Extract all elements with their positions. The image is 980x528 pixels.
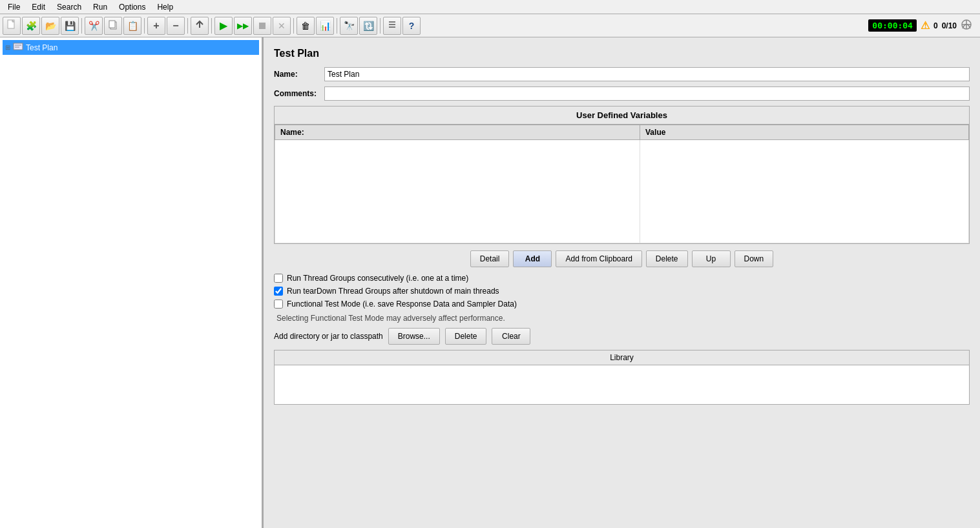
clear-all-icon: 🗑 (301, 21, 310, 31)
variables-table: Name: Value (275, 125, 969, 243)
run-no-pause-button[interactable]: ▶▶ (234, 17, 252, 35)
functional-test-checkbox[interactable] (274, 300, 283, 309)
delete-classpath-button[interactable]: Delete (445, 328, 487, 345)
main-layout: ⊞ Test Plan Test Plan Name: Comments: (0, 37, 980, 528)
functional-test-label: Functional Test Mode (i.e. save Response… (287, 300, 517, 309)
stop-button[interactable]: ⏹ (253, 17, 271, 35)
browse-button[interactable]: Browse... (388, 328, 440, 345)
hint-text: Selecting Functional Test Mode may adver… (274, 314, 970, 323)
run-teardown-label: Run tearDown Thread Groups after shutdow… (287, 287, 499, 296)
reset-button[interactable]: 🔃 (359, 17, 377, 35)
stop-icon: ⏹ (257, 20, 267, 32)
collapse-icon: − (172, 20, 178, 32)
separator-2 (144, 18, 145, 34)
add-button[interactable]: Add (513, 250, 552, 267)
clear-button[interactable]: Clear (492, 328, 530, 345)
down-button[interactable]: Down (735, 250, 774, 267)
new-button[interactable] (3, 17, 21, 35)
panel-title: Test Plan (274, 48, 970, 59)
menu-options[interactable]: Options (114, 1, 151, 13)
tree-arrow: ⊞ (5, 44, 10, 51)
col-value-header: Value (640, 125, 969, 140)
warning-icon: ⚠ (921, 19, 930, 32)
help-button[interactable]: ? (402, 17, 421, 35)
run-counter: 0/10 (942, 21, 957, 30)
tree-plan-icon (13, 41, 23, 54)
clear-all-button[interactable]: 🗑 (297, 17, 315, 35)
open-icon: 📂 (45, 21, 56, 31)
save-button[interactable]: 💾 (61, 17, 79, 35)
classpath-section: Add directory or jar to classpath Browse… (274, 328, 970, 345)
shutdown-icon: ✕ (278, 21, 286, 31)
variables-empty-row (275, 140, 969, 243)
menu-search[interactable]: Search (52, 1, 87, 13)
name-input[interactable] (324, 67, 970, 81)
expand-icon: + (153, 20, 159, 32)
signal-icon (961, 19, 972, 33)
expand-button[interactable]: + (147, 17, 165, 35)
checkbox-row-2: Run tearDown Thread Groups after shutdow… (274, 287, 970, 296)
search-button[interactable]: 🔭 (340, 17, 358, 35)
list-button[interactable] (383, 17, 401, 35)
svg-rect-3 (109, 21, 115, 28)
open-templates-icon: 🧩 (26, 21, 37, 31)
toggle-button[interactable] (191, 17, 209, 35)
separator-6 (337, 18, 337, 34)
cut-button[interactable]: ✂️ (85, 17, 103, 35)
detail-button[interactable]: Detail (470, 250, 510, 267)
menu-edit[interactable]: Edit (26, 1, 50, 13)
copy-button[interactable] (104, 17, 122, 35)
tree-item-test-plan[interactable]: ⊞ Test Plan (3, 40, 259, 55)
timer-display: 00:00:04 (868, 19, 917, 32)
library-header: Library (275, 350, 969, 365)
variables-empty-value (640, 140, 969, 243)
binoculars-icon: 🔭 (344, 21, 355, 31)
tree-item-label: Test Plan (26, 43, 57, 52)
run-thread-groups-checkbox[interactable] (274, 274, 283, 283)
variables-section: User Defined Variables Name: Value (274, 106, 970, 244)
run-no-pause-icon: ▶▶ (237, 21, 249, 30)
open-button[interactable]: 📂 (41, 17, 59, 35)
variables-empty-name (275, 140, 640, 243)
up-button[interactable]: Up (692, 250, 731, 267)
menu-file[interactable]: File (3, 1, 25, 13)
separator-1 (81, 18, 82, 34)
collapse-button[interactable]: − (167, 17, 185, 35)
separator-4 (211, 18, 212, 34)
list-icon (387, 19, 397, 32)
separator-3 (187, 18, 188, 34)
start-button[interactable]: ▶ (214, 17, 233, 35)
delete-variable-button[interactable]: Delete (646, 250, 688, 267)
open-templates-button[interactable]: 🧩 (22, 17, 40, 35)
paste-button[interactable]: 📋 (123, 17, 141, 35)
start-icon: ▶ (220, 19, 227, 32)
checkbox-section: Run Thread Groups consecutively (i.e. on… (274, 274, 970, 309)
run-teardown-checkbox[interactable] (274, 287, 283, 296)
comments-row: Comments: (274, 86, 970, 101)
separator-7 (380, 18, 381, 34)
name-row: Name: (274, 67, 970, 81)
classpath-label: Add directory or jar to classpath (274, 332, 383, 341)
library-body (275, 365, 969, 404)
toolbar: 🧩 📂 💾 ✂️ 📋 + − ▶ ▶▶ (0, 14, 980, 37)
paste-icon: 📋 (127, 21, 138, 31)
checkbox-row-3: Functional Test Mode (i.e. save Response… (274, 300, 970, 309)
reset-icon: 🔃 (363, 21, 374, 31)
results-button[interactable]: 📊 (316, 17, 334, 35)
shutdown-button[interactable]: ✕ (273, 17, 291, 35)
library-section: Library (274, 350, 970, 405)
save-icon: 💾 (65, 21, 76, 31)
menu-run[interactable]: Run (88, 1, 112, 13)
add-from-clipboard-button[interactable]: Add from Clipboard (556, 250, 641, 267)
menu-help[interactable]: Help (152, 1, 178, 13)
warning-count: 0 (933, 21, 938, 30)
tree-panel: ⊞ Test Plan (0, 37, 264, 528)
variables-body (275, 140, 969, 243)
comments-label: Comments: (274, 89, 319, 98)
cut-icon: ✂️ (89, 21, 99, 31)
variables-header: User Defined Variables (275, 107, 969, 125)
toolbar-status: 00:00:04 ⚠ 0 0/10 (863, 19, 977, 33)
comments-input[interactable] (324, 86, 970, 101)
svg-rect-9 (14, 43, 23, 50)
variable-buttons-row: Detail Add Add from Clipboard Delete Up … (274, 250, 970, 267)
